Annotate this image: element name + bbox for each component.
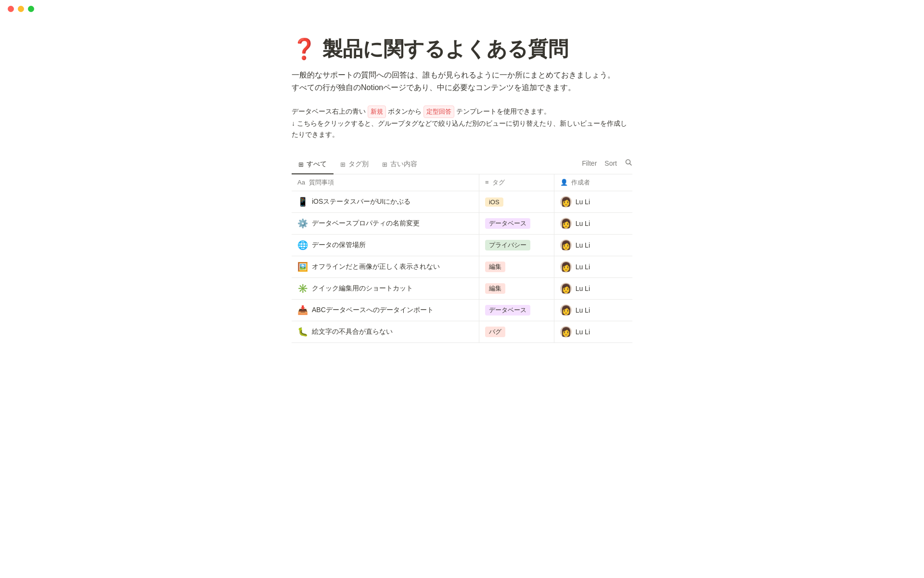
- row-title: iOSステータスバーがUIにかぶる: [312, 197, 411, 206]
- tab-all-icon: ⊞: [298, 161, 304, 168]
- row-title: 絵文字の不具合が直らない: [312, 328, 393, 336]
- avatar: 👩: [560, 283, 572, 294]
- tag-badge: データベース: [485, 305, 530, 315]
- info-suffix: テンプレートを使用できます。: [456, 107, 551, 115]
- author-name: Lu Li: [576, 198, 590, 206]
- database-table: Aa 質問事項 ≡ タグ 👤 作成者 📱 iOSステータスバーがUIにかぶる i…: [292, 174, 632, 343]
- cell-title-1: ⚙️ データベースプロパティの名前変更: [292, 213, 479, 235]
- th-tag: ≡ タグ: [479, 174, 554, 191]
- info-prefix: データベース右上の青い: [292, 107, 366, 115]
- tab-all[interactable]: ⊞ すべて: [292, 156, 334, 174]
- cell-title-5: 📥 ABCデータベースへのデータインポート: [292, 300, 479, 321]
- page-title-row: ❓ 製品に関するよくある質問: [292, 37, 632, 61]
- cell-author-1: 👩 Lu Li: [554, 213, 632, 235]
- tabs-left: ⊞ すべて ⊞ タグ別 ⊞ 古い内容: [292, 156, 424, 174]
- tag-badge: iOS: [485, 197, 503, 207]
- sort-button[interactable]: Sort: [604, 159, 617, 167]
- maximize-button[interactable]: [28, 6, 34, 12]
- table-row[interactable]: 🌐 データの保管場所 プライバシー 👩 Lu Li: [292, 235, 632, 256]
- row-emoji: ✳️: [297, 283, 308, 294]
- avatar: 👩: [560, 239, 572, 251]
- info-line2: ↓ こちらをクリックすると、グループタグなどで絞り込んだ別のビューに切り替えたり…: [292, 118, 632, 141]
- th-author: 👤 作成者: [554, 174, 632, 191]
- cell-title-0: 📱 iOSステータスバーがUIにかぶる: [292, 191, 479, 213]
- th-author-label: 作成者: [571, 179, 590, 186]
- tab-old-label: 古い内容: [390, 160, 417, 169]
- tab-old-icon: ⊞: [382, 161, 387, 168]
- cell-author-2: 👩 Lu Li: [554, 235, 632, 256]
- row-emoji: 📱: [297, 197, 308, 207]
- cell-tag-5: データベース: [479, 300, 554, 321]
- th-title: Aa 質問事項: [292, 174, 479, 191]
- table-header-row: Aa 質問事項 ≡ タグ 👤 作成者: [292, 174, 632, 191]
- tab-by-tag[interactable]: ⊞ タグ別: [334, 156, 375, 174]
- cell-title-2: 🌐 データの保管場所: [292, 235, 479, 256]
- tab-all-label: すべて: [307, 160, 327, 169]
- author-name: Lu Li: [576, 263, 590, 271]
- row-title: データベースプロパティの名前変更: [312, 219, 420, 228]
- table-row[interactable]: 🐛 絵文字の不具合が直らない バグ 👩 Lu Li: [292, 321, 632, 343]
- tag-badge: 編集: [485, 262, 505, 272]
- page-icon: ❓: [292, 39, 317, 59]
- description: 一般的なサポートの質問への回答は、誰もが見られるように一か所にまとめておきましょ…: [292, 69, 632, 93]
- cell-tag-6: バグ: [479, 321, 554, 343]
- page-title: 製品に関するよくある質問: [322, 37, 568, 61]
- row-title: ABCデータベースへのデータインポート: [312, 306, 434, 315]
- cell-author-0: 👩 Lu Li: [554, 191, 632, 213]
- main-content: ❓ 製品に関するよくある質問 一般的なサポートの質問への回答は、誰もが見られるよ…: [245, 18, 679, 362]
- table-row[interactable]: ✳️ クイック編集用のショートカット 編集 👩 Lu Li: [292, 278, 632, 300]
- tag-badge: 編集: [485, 283, 505, 294]
- titlebar: [0, 0, 924, 18]
- cell-title-6: 🐛 絵文字の不具合が直らない: [292, 321, 479, 343]
- th-author-icon: 👤: [560, 179, 568, 186]
- minimize-button[interactable]: [18, 6, 24, 12]
- author-name: Lu Li: [576, 285, 590, 292]
- cell-tag-2: プライバシー: [479, 235, 554, 256]
- th-tag-icon: ≡: [485, 179, 489, 186]
- th-title-icon: Aa: [297, 179, 305, 186]
- cell-author-5: 👩 Lu Li: [554, 300, 632, 321]
- avatar: 👩: [560, 196, 572, 208]
- cell-author-6: 👩 Lu Li: [554, 321, 632, 343]
- table-row[interactable]: 📥 ABCデータベースへのデータインポート データベース 👩 Lu Li: [292, 300, 632, 321]
- tabs-right: Filter Sort: [582, 158, 632, 171]
- info-text: データベース右上の青い 新規 ボタンから 定型回答 テンプレートを使用できます。…: [292, 105, 632, 141]
- search-icon[interactable]: [625, 158, 632, 168]
- info-mid: ボタンから: [388, 107, 422, 115]
- author-name: Lu Li: [576, 306, 590, 314]
- svg-line-1: [630, 164, 632, 166]
- author-name: Lu Li: [576, 328, 590, 336]
- row-title: オフラインだと画像が正しく表示されない: [312, 263, 440, 271]
- filter-button[interactable]: Filter: [582, 159, 597, 167]
- tab-old[interactable]: ⊞ 古い内容: [375, 156, 424, 174]
- close-button[interactable]: [8, 6, 14, 12]
- th-tag-label: タグ: [492, 179, 505, 186]
- tab-bytag-label: タグ別: [348, 160, 369, 169]
- tag-badge: バグ: [485, 327, 505, 337]
- avatar: 👩: [560, 261, 572, 273]
- cell-title-3: 🖼️ オフラインだと画像が正しく表示されない: [292, 256, 479, 278]
- info-line1: データベース右上の青い 新規 ボタンから 定型回答 テンプレートを使用できます。: [292, 105, 632, 118]
- table-row[interactable]: 📱 iOSステータスバーがUIにかぶる iOS 👩 Lu Li: [292, 191, 632, 213]
- description-line1: 一般的なサポートの質問への回答は、誰もが見られるように一か所にまとめておきましょ…: [292, 69, 632, 81]
- author-name: Lu Li: [576, 241, 590, 249]
- tab-bytag-icon: ⊞: [340, 161, 346, 168]
- row-title: データの保管場所: [312, 241, 366, 250]
- cell-tag-0: iOS: [479, 191, 554, 213]
- table-row[interactable]: ⚙️ データベースプロパティの名前変更 データベース 👩 Lu Li: [292, 213, 632, 235]
- tag-badge: データベース: [485, 218, 530, 229]
- row-emoji: 🖼️: [297, 262, 308, 272]
- avatar: 👩: [560, 218, 572, 229]
- avatar: 👩: [560, 326, 572, 338]
- cell-author-4: 👩 Lu Li: [554, 278, 632, 300]
- author-name: Lu Li: [576, 220, 590, 227]
- row-emoji: 🌐: [297, 240, 308, 250]
- row-emoji: 🐛: [297, 327, 308, 337]
- table-row[interactable]: 🖼️ オフラインだと画像が正しく表示されない 編集 👩 Lu Li: [292, 256, 632, 278]
- badge-template: 定型回答: [424, 105, 454, 118]
- cell-title-4: ✳️ クイック編集用のショートカット: [292, 278, 479, 300]
- th-title-label: 質問事項: [309, 179, 334, 186]
- description-line2: すべての行が独自のNotionページであり、中に必要なコンテンツを追加できます。: [292, 81, 632, 94]
- cell-tag-4: 編集: [479, 278, 554, 300]
- avatar: 👩: [560, 304, 572, 316]
